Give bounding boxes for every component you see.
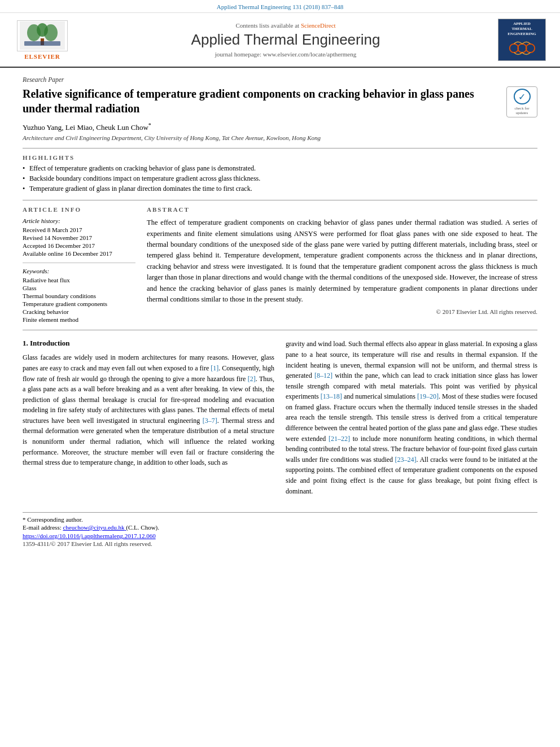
intro-paragraph-1: Glass facades are widely used in modern … — [23, 352, 274, 468]
divider-1 — [23, 148, 537, 148]
svg-point-7 — [518, 44, 526, 53]
paper-type-label: Research Paper — [23, 76, 537, 83]
ref-13-18[interactable]: [13–18] — [321, 392, 342, 400]
journal-citation: Applied Thermal Engineering 131 (2018) 8… — [0, 0, 560, 13]
right-paragraph-1: gravity and wind load. Such thermal effe… — [286, 339, 537, 496]
abstract-copyright: © 2017 Elsevier Ltd. All rights reserved… — [147, 308, 537, 315]
ref-8-12[interactable]: [8–12] — [314, 372, 333, 379]
elsevier-logo-section: ELSEVIER — [11, 20, 73, 60]
corresponding-author-note: * Corresponding author. — [23, 516, 537, 523]
available-date: Available online 16 December 2017 — [23, 250, 135, 257]
highlights-title: HIGHLIGHTS — [23, 154, 537, 161]
article-history: Article history: Received 8 March 2017 R… — [23, 217, 135, 257]
sciencedirect-link[interactable]: ScienceDirect — [301, 22, 336, 29]
check-badge-label: check for updates — [509, 106, 535, 115]
journal-logo-graphic — [508, 39, 536, 58]
elsevier-logo-svg — [20, 21, 65, 50]
article-info-title: ARTICLE INFO — [23, 206, 135, 213]
journal-logo-right: APPLIEDTHERMALENGINEERING — [498, 19, 549, 61]
elsevier-text: ELSEVIER — [24, 53, 60, 60]
journal-header-center: Contents lists available at ScienceDirec… — [73, 22, 498, 58]
abstract-title: ABSTRACT — [147, 206, 537, 213]
divider-3 — [23, 330, 537, 330]
svg-rect-5 — [24, 41, 60, 46]
check-for-updates-badge: ✓ check for updates — [506, 86, 537, 117]
keyword-2: Glass — [23, 285, 135, 291]
keyword-5: Cracking behavior — [23, 308, 135, 315]
revised-date: Revised 14 November 2017 — [23, 234, 135, 241]
issn-text: 1359-4311/© 2017 Elsevier Ltd. All right… — [23, 540, 537, 547]
journal-logo-box: APPLIEDTHERMALENGINEERING — [498, 19, 546, 61]
journal-header: ELSEVIER Contents lists available at Sci… — [0, 13, 560, 68]
journal-title: Applied Thermal Engineering — [79, 31, 492, 49]
received-date: Received 8 March 2017 — [23, 226, 135, 233]
right-column: gravity and wind load. Such thermal effe… — [286, 339, 537, 501]
keyword-6: Finite element method — [23, 316, 135, 323]
ref-3-7[interactable]: [3–7] — [203, 417, 217, 425]
info-divider — [23, 263, 135, 263]
keywords-section: Keywords: Radiative heat flux Glass Ther… — [23, 268, 135, 323]
highlight-item-1: Effect of temperature gradients on crack… — [23, 164, 537, 173]
elsevier-logo-box — [17, 20, 68, 51]
keywords-title: Keywords: — [23, 268, 135, 274]
journal-url: journal homepage: www.elsevier.com/locat… — [79, 51, 492, 58]
authors-line: Yuzhuo Yang, Lei Miao, Cheuk Lun Chow* — [23, 122, 537, 132]
main-content: 1. Introduction Glass facades are widely… — [23, 339, 537, 501]
email-link[interactable]: cheuchow@cityu.edu.hk — [63, 524, 126, 531]
journal-logo-text: APPLIEDTHERMALENGINEERING — [508, 21, 536, 37]
svg-point-6 — [509, 44, 518, 53]
ref-23-24[interactable]: [23–24] — [395, 456, 417, 464]
left-column: 1. Introduction Glass facades are widely… — [23, 339, 274, 501]
ref-2[interactable]: [2] — [248, 375, 256, 383]
paper-title: Relative significance of temperature gra… — [23, 86, 498, 116]
intro-heading: 1. Introduction — [23, 339, 274, 348]
affiliation: Architecture and Civil Engineering Depar… — [23, 134, 537, 141]
ref-19-20[interactable]: [19–20] — [417, 392, 439, 400]
article-info-column: ARTICLE INFO Article history: Received 8… — [23, 206, 135, 324]
check-badge-circle: ✓ — [514, 89, 531, 104]
elsevier-logo: ELSEVIER — [11, 20, 73, 60]
keyword-3: Thermal boundary conditions — [23, 292, 135, 299]
highlights-section: HIGHLIGHTS Effect of temperature gradien… — [23, 154, 537, 193]
ref-1[interactable]: [1] — [211, 364, 218, 372]
paper-title-row: Relative significance of temperature gra… — [23, 86, 537, 117]
highlight-item-2: Backside boundary conditions impact on t… — [23, 174, 537, 183]
accepted-date: Accepted 16 December 2017 — [23, 242, 135, 249]
citation-text: Applied Thermal Engineering 131 (2018) 8… — [217, 3, 343, 10]
svg-point-8 — [526, 44, 534, 53]
abstract-column: ABSTRACT The effect of temperature gradi… — [147, 206, 537, 324]
article-history-title: Article history: — [23, 217, 135, 224]
paper-body: Research Paper Relative significance of … — [0, 68, 560, 558]
divider-2 — [23, 200, 537, 200]
highlight-item-3: Temperature gradient of glass in planar … — [23, 185, 537, 193]
abstract-text: The effect of temperature gradient compo… — [147, 217, 537, 305]
corresponding-author-star: * — [148, 122, 151, 128]
contents-line: Contents lists available at ScienceDirec… — [79, 22, 492, 29]
check-icon: ✓ — [518, 91, 526, 102]
ref-21-22[interactable]: [21–22] — [329, 435, 350, 443]
svg-point-3 — [44, 24, 58, 41]
doi-link[interactable]: https://doi.org/10.1016/j.applthermaleng… — [23, 532, 537, 539]
keyword-4: Temperature gradient components — [23, 300, 135, 307]
article-info-abstract: ARTICLE INFO Article history: Received 8… — [23, 206, 537, 324]
footnote-section: * Corresponding author. E-mail address: … — [23, 512, 537, 547]
keyword-1: Radiative heat flux — [23, 277, 135, 283]
email-note: E-mail address: cheuchow@cityu.edu.hk (C… — [23, 524, 537, 531]
